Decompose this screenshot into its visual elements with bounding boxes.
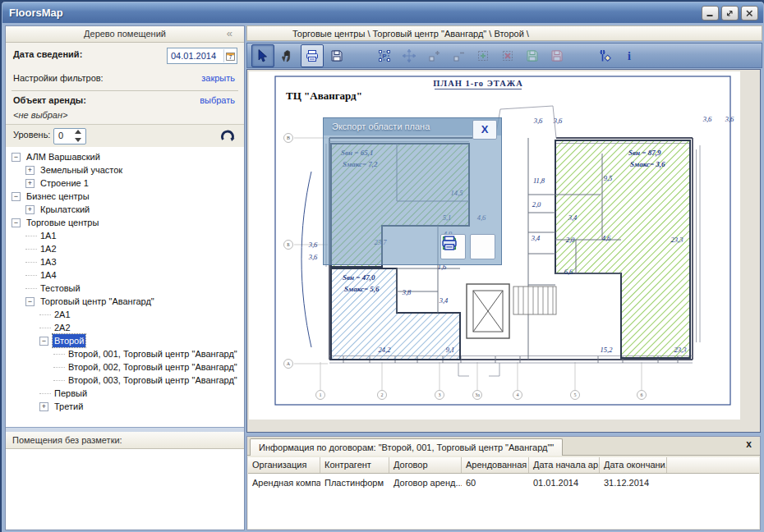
room-blue-left[interactable]: [331, 268, 460, 360]
delete-saved-region-button[interactable]: [545, 44, 568, 67]
tree-item[interactable]: 1А2: [6, 242, 244, 255]
tree-item[interactable]: −Бизнес центры: [6, 190, 244, 203]
title-bar[interactable]: FloorsMap: [2, 2, 763, 23]
contracts-table[interactable]: ОрганизацияКонтрагентДоговорАрендованная…: [248, 457, 759, 529]
tree-item-label[interactable]: Второй, 003, Торговый центр "Авангард": [67, 374, 239, 387]
column-header[interactable]: Арендованная ...: [462, 457, 529, 473]
hand-icon: [280, 48, 295, 63]
unmarked-rooms-list[interactable]: [6, 449, 244, 530]
tree-item-label[interactable]: Третий: [53, 400, 85, 413]
settings-button[interactable]: [593, 44, 616, 67]
maximize-button[interactable]: [721, 6, 739, 21]
expand-icon[interactable]: +: [25, 179, 35, 188]
expand-icon[interactable]: +: [25, 205, 35, 214]
pan-hand-button[interactable]: [276, 44, 299, 67]
plan-subtitle: ТЦ "Авангард": [286, 89, 362, 102]
tree-item[interactable]: +Третий: [6, 400, 244, 413]
calendar-button[interactable]: 7: [223, 49, 237, 62]
tree-item-label[interactable]: Второй, 001, Торговый центр "Авангард": [67, 347, 239, 360]
tree-item[interactable]: 2А1: [6, 308, 244, 321]
tree-item[interactable]: Первый: [6, 387, 244, 400]
rotate-button[interactable]: [219, 127, 236, 147]
column-header[interactable]: Контрагент: [320, 457, 389, 473]
contracts-tab[interactable]: Информация по договорам: "Второй, 001, Т…: [250, 438, 563, 456]
table-row[interactable]: Арендная компа...ПластинформДоговор арен…: [248, 475, 759, 491]
tree-item-label[interactable]: 1А3: [39, 255, 58, 268]
column-header[interactable]: Дата окончани...: [600, 457, 667, 473]
tree-item[interactable]: 1А3: [6, 255, 244, 268]
collapse-icon[interactable]: −: [12, 153, 21, 162]
print-button[interactable]: [301, 44, 324, 67]
tree-item-label[interactable]: Крылатский: [39, 203, 91, 216]
date-field[interactable]: 7: [167, 48, 237, 64]
contracts-close-button[interactable]: x: [746, 438, 752, 450]
expand-icon[interactable]: +: [39, 402, 48, 411]
grid-axis-label: 4: [517, 392, 519, 397]
tree-item-label[interactable]: 1А4: [39, 268, 58, 282]
tree-item-label[interactable]: Второй, 002, Торговый центр "Авангард": [67, 360, 239, 374]
filters-close-link[interactable]: закрыть: [201, 73, 235, 83]
tree-item[interactable]: 1А1: [6, 229, 244, 242]
tree-item[interactable]: Второй, 003, Торговый центр "Авангард": [6, 374, 244, 387]
expand-icon[interactable]: +: [25, 166, 35, 175]
spin-down-icon[interactable]: [75, 138, 81, 142]
rent-select-link[interactable]: выбрать: [200, 95, 235, 105]
tree-item-label[interactable]: Тестовый: [39, 282, 82, 295]
tree-item-label[interactable]: Торговые центры: [25, 216, 100, 229]
dimension-label: 3,6: [308, 241, 318, 249]
tree-item[interactable]: −АЛМ Варшавский: [6, 150, 244, 163]
collapse-icon[interactable]: −: [12, 218, 21, 227]
tree-item-label[interactable]: Второй: [53, 334, 85, 347]
tree-item[interactable]: Второй, 002, Торговый центр "Авангард": [6, 360, 244, 374]
tree-item-label[interactable]: Торговый центр "Авангард": [39, 295, 156, 308]
tree-item[interactable]: −Торговые центры: [6, 216, 244, 229]
tree-item-label[interactable]: Первый: [53, 387, 89, 400]
tree-item-label[interactable]: 1А1: [39, 229, 58, 242]
date-input[interactable]: [168, 50, 223, 62]
tree-item-label[interactable]: 2А2: [53, 321, 72, 334]
add-point-button[interactable]: [422, 44, 445, 67]
tree-item[interactable]: +Строение 1: [6, 177, 244, 190]
column-header[interactable]: Договор: [389, 457, 462, 473]
tree-item[interactable]: +Крылатский: [6, 203, 244, 216]
tree-item-label[interactable]: 1А2: [39, 242, 58, 255]
tree-item[interactable]: 2А2: [6, 321, 244, 334]
tree-item[interactable]: Тестовый: [6, 282, 244, 295]
tree-item[interactable]: −Торговый центр "Авангард": [6, 295, 244, 308]
info-button[interactable]: i: [618, 44, 641, 67]
plan-viewer[interactable]: ПЛАН 1-го ЭТАЖА ТЦ "Авангард" 1233а456ВБ…: [246, 69, 761, 433]
tree-item[interactable]: +Земельный участок: [6, 163, 244, 177]
tree-item-label[interactable]: Бизнес центры: [25, 190, 91, 203]
tree-item-label[interactable]: Земельный участок: [39, 163, 124, 177]
tree-item-label[interactable]: 2А1: [53, 308, 72, 321]
spin-up-icon[interactable]: [75, 130, 81, 134]
export-close-button[interactable]: X: [472, 120, 497, 140]
export-print-button[interactable]: [470, 234, 495, 259]
tree-item[interactable]: Второй, 001, Торговый центр "Авангард": [6, 347, 244, 360]
close-button[interactable]: [741, 6, 758, 21]
add-region-button[interactable]: [472, 44, 495, 67]
column-header[interactable]: Дата начала ар...: [529, 457, 600, 473]
delete-region-button[interactable]: [496, 44, 519, 67]
save-button[interactable]: [325, 44, 348, 67]
level-stepper[interactable]: 0: [53, 128, 86, 144]
export-region-overlay[interactable]: Экспорт области плана X: [323, 117, 502, 265]
tree-item-label[interactable]: Строение 1: [39, 177, 90, 190]
minimize-button[interactable]: [702, 6, 719, 21]
collapse-icon[interactable]: −: [12, 192, 21, 201]
column-header[interactable]: Организация: [248, 457, 320, 473]
tree-item-label[interactable]: АЛМ Варшавский: [25, 150, 102, 163]
select-cursor-button[interactable]: [251, 44, 274, 67]
region-frame-button[interactable]: P: [373, 44, 396, 67]
collapse-icon[interactable]: −: [25, 297, 35, 306]
collapse-panel-icon[interactable]: «: [227, 26, 231, 41]
rooms-tree[interactable]: −АЛМ Варшавский+Земельный участок+Строен…: [6, 147, 244, 427]
contracts-table-header[interactable]: ОрганизацияКонтрагентДоговорАрендованная…: [248, 457, 759, 474]
save-region-button[interactable]: [521, 44, 544, 67]
collapse-icon[interactable]: −: [39, 337, 48, 346]
tree-item[interactable]: −Второй: [6, 334, 244, 347]
remove-point-button[interactable]: [447, 44, 470, 67]
table-cell: 01.01.2014: [529, 475, 600, 491]
move-region-button[interactable]: [398, 44, 421, 67]
tree-item[interactable]: 1А4: [6, 268, 244, 282]
